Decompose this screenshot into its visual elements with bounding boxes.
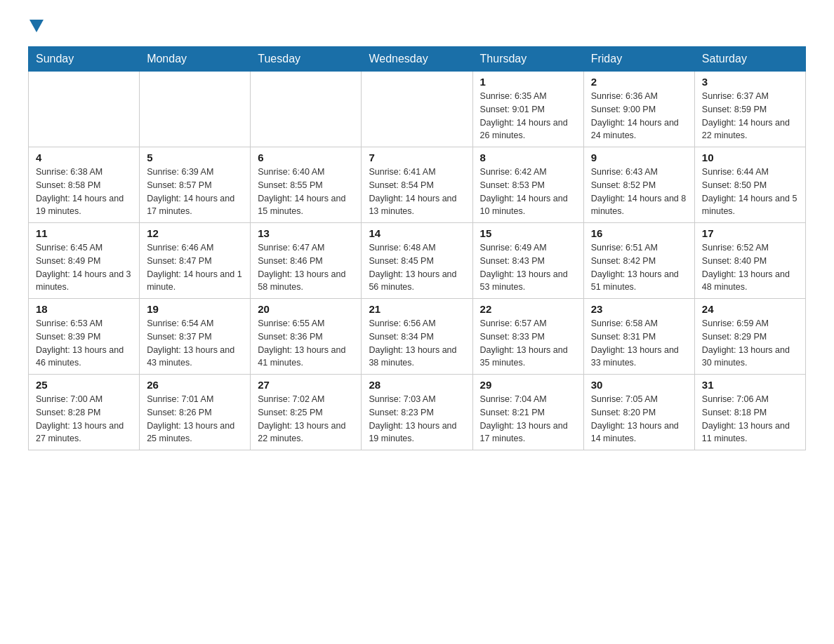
calendar-cell [29,72,140,147]
day-info: Sunrise: 7:02 AM Sunset: 8:25 PM Dayligh… [258,393,354,445]
day-number: 14 [369,227,465,239]
day-info: Sunrise: 6:51 AM Sunset: 8:42 PM Dayligh… [591,241,687,294]
day-info: Sunrise: 7:05 AM Sunset: 8:20 PM Dayligh… [591,393,687,445]
calendar-cell: 29Sunrise: 7:04 AM Sunset: 8:21 PM Dayli… [472,375,583,450]
calendar-header-thursday: Thursday [472,47,583,72]
calendar-cell: 5Sunrise: 6:39 AM Sunset: 8:57 PM Daylig… [140,147,251,223]
calendar-cell: 11Sunrise: 6:45 AM Sunset: 8:49 PM Dayli… [29,223,140,299]
day-number: 11 [36,227,132,239]
calendar-header-row: SundayMondayTuesdayWednesdayThursdayFrid… [29,47,806,72]
day-info: Sunrise: 6:45 AM Sunset: 8:49 PM Dayligh… [36,241,132,294]
day-number: 28 [369,379,465,391]
calendar-cell: 24Sunrise: 6:59 AM Sunset: 8:29 PM Dayli… [694,299,805,375]
day-info: Sunrise: 6:39 AM Sunset: 8:57 PM Dayligh… [147,166,243,218]
calendar-cell: 14Sunrise: 6:48 AM Sunset: 8:45 PM Dayli… [362,223,472,299]
calendar-header-saturday: Saturday [694,47,805,72]
day-info: Sunrise: 6:40 AM Sunset: 8:55 PM Dayligh… [258,166,354,218]
calendar-table: SundayMondayTuesdayWednesdayThursdayFrid… [28,46,806,450]
day-info: Sunrise: 6:41 AM Sunset: 8:54 PM Dayligh… [369,166,465,218]
day-info: Sunrise: 6:46 AM Sunset: 8:47 PM Dayligh… [147,241,243,294]
calendar-cell: 22Sunrise: 6:57 AM Sunset: 8:33 PM Dayli… [472,299,583,375]
day-number: 24 [702,303,798,315]
day-number: 25 [36,379,132,391]
calendar-cell: 8Sunrise: 6:42 AM Sunset: 8:53 PM Daylig… [472,147,583,223]
day-info: Sunrise: 6:44 AM Sunset: 8:50 PM Dayligh… [702,166,798,218]
day-number: 10 [702,152,798,163]
day-number: 7 [369,152,465,163]
day-number: 27 [258,379,354,391]
calendar-cell: 26Sunrise: 7:01 AM Sunset: 8:26 PM Dayli… [140,375,251,450]
calendar-week-row: 25Sunrise: 7:00 AM Sunset: 8:28 PM Dayli… [29,375,806,450]
calendar-cell: 1Sunrise: 6:35 AM Sunset: 9:01 PM Daylig… [472,72,583,147]
day-info: Sunrise: 6:37 AM Sunset: 8:59 PM Dayligh… [702,90,798,142]
calendar-cell: 30Sunrise: 7:05 AM Sunset: 8:20 PM Dayli… [583,375,694,450]
day-number: 31 [702,379,798,391]
calendar-week-row: 4Sunrise: 6:38 AM Sunset: 8:58 PM Daylig… [29,147,806,223]
svg-marker-0 [29,20,44,32]
day-info: Sunrise: 6:54 AM Sunset: 8:37 PM Dayligh… [147,317,243,370]
day-info: Sunrise: 6:36 AM Sunset: 9:00 PM Dayligh… [591,90,687,142]
day-info: Sunrise: 7:01 AM Sunset: 8:26 PM Dayligh… [147,393,243,445]
calendar-cell: 13Sunrise: 6:47 AM Sunset: 8:46 PM Dayli… [251,223,362,299]
day-info: Sunrise: 6:38 AM Sunset: 8:58 PM Dayligh… [36,166,132,218]
calendar-header-monday: Monday [140,47,251,72]
day-number: 23 [591,303,687,315]
day-info: Sunrise: 7:04 AM Sunset: 8:21 PM Dayligh… [480,393,576,445]
day-info: Sunrise: 6:53 AM Sunset: 8:39 PM Dayligh… [36,317,132,370]
day-number: 21 [369,303,465,315]
day-number: 2 [591,76,687,88]
day-info: Sunrise: 7:03 AM Sunset: 8:23 PM Dayligh… [369,393,465,445]
calendar-header-wednesday: Wednesday [362,47,472,72]
day-info: Sunrise: 6:55 AM Sunset: 8:36 PM Dayligh… [258,317,354,370]
day-info: Sunrise: 7:06 AM Sunset: 8:18 PM Dayligh… [702,393,798,445]
page-header [28,21,806,32]
calendar-cell: 12Sunrise: 6:46 AM Sunset: 8:47 PM Dayli… [140,223,251,299]
calendar-cell: 17Sunrise: 6:52 AM Sunset: 8:40 PM Dayli… [694,223,805,299]
calendar-cell: 15Sunrise: 6:49 AM Sunset: 8:43 PM Dayli… [472,223,583,299]
calendar-cell: 25Sunrise: 7:00 AM Sunset: 8:28 PM Dayli… [29,375,140,450]
day-number: 26 [147,379,243,391]
day-info: Sunrise: 6:58 AM Sunset: 8:31 PM Dayligh… [591,317,687,370]
day-info: Sunrise: 6:57 AM Sunset: 8:33 PM Dayligh… [480,317,576,370]
calendar-week-row: 1Sunrise: 6:35 AM Sunset: 9:01 PM Daylig… [29,72,806,147]
day-info: Sunrise: 6:49 AM Sunset: 8:43 PM Dayligh… [480,241,576,294]
day-number: 3 [702,76,798,88]
day-number: 12 [147,227,243,239]
calendar-cell: 16Sunrise: 6:51 AM Sunset: 8:42 PM Dayli… [583,223,694,299]
calendar-cell: 2Sunrise: 6:36 AM Sunset: 9:00 PM Daylig… [583,72,694,147]
calendar-cell: 19Sunrise: 6:54 AM Sunset: 8:37 PM Dayli… [140,299,251,375]
day-info: Sunrise: 6:35 AM Sunset: 9:01 PM Dayligh… [480,90,576,142]
calendar-cell: 20Sunrise: 6:55 AM Sunset: 8:36 PM Dayli… [251,299,362,375]
calendar-cell: 21Sunrise: 6:56 AM Sunset: 8:34 PM Dayli… [362,299,472,375]
day-info: Sunrise: 6:47 AM Sunset: 8:46 PM Dayligh… [258,241,354,294]
day-number: 5 [147,152,243,163]
calendar-week-row: 11Sunrise: 6:45 AM Sunset: 8:49 PM Dayli… [29,223,806,299]
calendar-header-tuesday: Tuesday [251,47,362,72]
day-info: Sunrise: 6:56 AM Sunset: 8:34 PM Dayligh… [369,317,465,370]
day-number: 29 [480,379,576,391]
day-number: 16 [591,227,687,239]
calendar-cell: 10Sunrise: 6:44 AM Sunset: 8:50 PM Dayli… [694,147,805,223]
calendar-cell [362,72,472,147]
day-number: 6 [258,152,354,163]
day-number: 20 [258,303,354,315]
day-number: 4 [36,152,132,163]
day-info: Sunrise: 6:42 AM Sunset: 8:53 PM Dayligh… [480,166,576,218]
calendar-cell: 23Sunrise: 6:58 AM Sunset: 8:31 PM Dayli… [583,299,694,375]
day-number: 19 [147,303,243,315]
calendar-cell: 31Sunrise: 7:06 AM Sunset: 8:18 PM Dayli… [694,375,805,450]
calendar-week-row: 18Sunrise: 6:53 AM Sunset: 8:39 PM Dayli… [29,299,806,375]
calendar-cell: 9Sunrise: 6:43 AM Sunset: 8:52 PM Daylig… [583,147,694,223]
calendar-cell: 28Sunrise: 7:03 AM Sunset: 8:23 PM Dayli… [362,375,472,450]
calendar-cell: 6Sunrise: 6:40 AM Sunset: 8:55 PM Daylig… [251,147,362,223]
calendar-cell [251,72,362,147]
calendar-cell: 4Sunrise: 6:38 AM Sunset: 8:58 PM Daylig… [29,147,140,223]
calendar-header-sunday: Sunday [29,47,140,72]
calendar-header-friday: Friday [583,47,694,72]
calendar-cell: 18Sunrise: 6:53 AM Sunset: 8:39 PM Dayli… [29,299,140,375]
day-number: 22 [480,303,576,315]
day-number: 8 [480,152,576,163]
day-number: 1 [480,76,576,88]
day-info: Sunrise: 6:52 AM Sunset: 8:40 PM Dayligh… [702,241,798,294]
calendar-cell: 27Sunrise: 7:02 AM Sunset: 8:25 PM Dayli… [251,375,362,450]
